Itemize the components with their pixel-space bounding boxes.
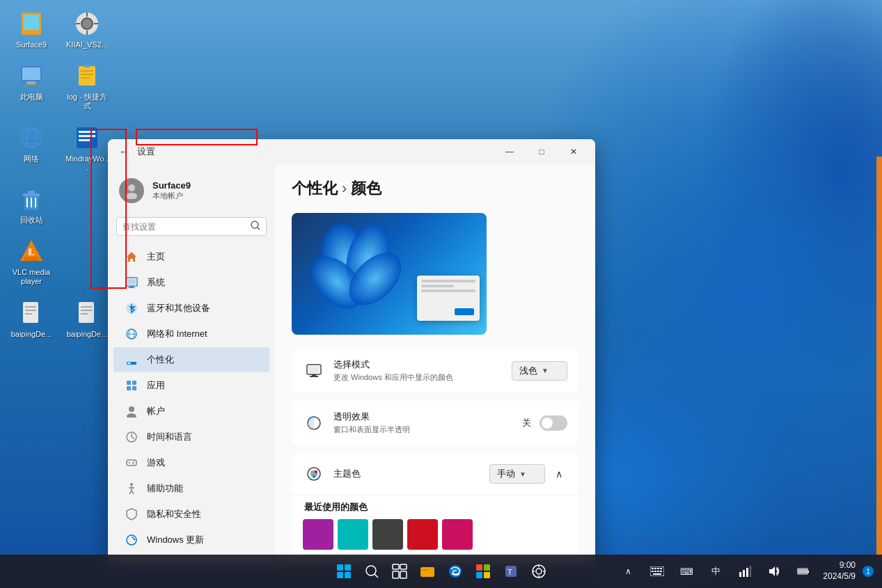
user-section[interactable]: Surface9 本地帐户 <box>108 170 275 212</box>
sidebar-item-gaming[interactable]: 游戏 <box>113 450 269 475</box>
svg-point-92 <box>315 470 317 473</box>
sidebar-item-home-label: 主页 <box>147 251 165 263</box>
accent-dropdown-arrow: ▼ <box>519 470 526 478</box>
svg-rect-11 <box>24 84 38 86</box>
transparency-control[interactable]: 关 <box>522 415 567 431</box>
svg-point-73 <box>130 483 133 486</box>
desktop-icon-baiping1[interactable]: baipingDe... <box>7 296 56 342</box>
desktop-icon-log[interactable]: log - 快捷方式 <box>63 59 111 113</box>
taskbar-app-edge[interactable] <box>443 559 468 584</box>
svg-rect-13 <box>81 70 93 72</box>
svg-line-77 <box>132 491 134 494</box>
sidebar-item-accounts[interactable]: 帐户 <box>113 399 269 424</box>
taskbar-clock[interactable]: 9:00 2024/5/9 <box>820 559 858 583</box>
taskbar-keyboard-icon[interactable] <box>645 559 670 584</box>
desktop-icon-recycle[interactable]: 回收站 <box>7 182 56 228</box>
mode-dropdown-arrow: ▼ <box>542 367 549 374</box>
title-bar-left: ← 设置 <box>116 143 155 160</box>
sidebar-item-accessibility[interactable]: 辅助功能 <box>113 476 269 501</box>
desktop-icon-mypc[interactable]: 此电脑 <box>7 59 56 113</box>
color-swatch-2[interactable] <box>372 519 403 550</box>
svg-rect-86 <box>312 374 316 376</box>
mode-control[interactable]: 浅色 ▼ <box>512 361 567 381</box>
color-swatch-3[interactable] <box>407 519 438 550</box>
sidebar-item-network[interactable]: 网络和 Internet <box>113 321 269 347</box>
taskbar-search-button[interactable] <box>359 559 384 584</box>
svg-rect-52 <box>128 287 135 288</box>
svg-line-67 <box>132 437 134 439</box>
desktop-icon-kiiai[interactable]: KIIAI_VS2... <box>63 7 111 52</box>
sidebar-item-windows-update[interactable]: Windows 更新 <box>113 527 269 553</box>
taskbar-app-store[interactable] <box>471 559 496 584</box>
notification-count: 1 <box>866 568 870 575</box>
svg-rect-58 <box>127 363 131 364</box>
sidebar-item-time-language[interactable]: 时间和语言 <box>113 424 269 450</box>
taskbar-app-explorer[interactable] <box>415 559 440 584</box>
search-input[interactable] <box>123 222 251 232</box>
taskbar-chevron-up[interactable]: ∧ <box>615 559 640 584</box>
notification-badge[interactable]: 1 <box>863 566 874 577</box>
svg-rect-130 <box>743 570 745 577</box>
desktop-icon-vlc[interactable]: VLC media player <box>7 235 56 289</box>
window-title: 设置 <box>137 145 155 158</box>
desktop-icon-mindray[interactable]: MindrayWo... <box>63 121 111 175</box>
svg-rect-85 <box>308 366 320 373</box>
sidebar-item-personalization-label: 个性化 <box>147 353 174 366</box>
sidebar-item-home[interactable]: 主页 <box>113 244 269 269</box>
desktop-icon-baiping2[interactable]: baipingDe... <box>63 296 111 342</box>
desktop-icon-surface9[interactable]: Surface9 <box>7 7 56 52</box>
taskbar-battery-icon[interactable] <box>791 559 816 584</box>
back-button[interactable]: ← <box>116 143 132 160</box>
sidebar-item-gaming-label: 游戏 <box>147 456 165 469</box>
start-button[interactable] <box>331 559 356 584</box>
svg-point-64 <box>127 413 136 418</box>
accent-dropdown[interactable]: 手动 ▼ <box>489 464 545 484</box>
task-view-button[interactable] <box>387 559 412 584</box>
svg-rect-132 <box>750 566 751 577</box>
taskbar-ime-zh[interactable]: ⌨ <box>674 559 699 584</box>
search-box[interactable] <box>116 217 267 236</box>
sidebar-item-privacy[interactable]: 隐私和安全性 <box>113 502 269 527</box>
settings-window: ← 设置 — □ ✕ Surface9 本地帐户 <box>108 139 595 564</box>
desktop-icon-vlc-label: VLC media player <box>10 268 53 286</box>
taskbar-app-settings[interactable] <box>526 559 551 584</box>
svg-rect-122 <box>657 568 659 569</box>
color-swatch-0[interactable] <box>303 519 333 550</box>
svg-rect-40 <box>79 302 94 323</box>
transparency-toggle[interactable] <box>540 415 567 431</box>
svg-rect-101 <box>400 564 407 569</box>
color-swatch-1[interactable] <box>338 519 368 550</box>
maximize-button[interactable]: □ <box>526 141 558 163</box>
accent-expand-btn[interactable]: ∧ <box>551 466 567 482</box>
svg-rect-22 <box>77 127 97 148</box>
svg-line-76 <box>129 491 132 494</box>
color-swatch-4[interactable] <box>442 519 473 550</box>
taskbar-volume-icon[interactable] <box>762 559 787 584</box>
taskbar-network-icon[interactable] <box>732 559 757 584</box>
sidebar-item-bluetooth[interactable]: 蓝牙和其他设备 <box>113 296 269 321</box>
svg-rect-39 <box>25 313 32 315</box>
mindray-icon <box>73 124 101 152</box>
svg-marker-79 <box>133 539 136 540</box>
recycle-icon <box>17 185 45 213</box>
taskbar-app-teams[interactable]: T <box>498 559 523 584</box>
desktop-icon-network[interactable]: 网络 <box>7 121 56 175</box>
mode-dropdown[interactable]: 浅色 ▼ <box>512 361 567 381</box>
desktop-icon-row-1: 此电脑 log - 快捷方式 <box>7 59 111 113</box>
svg-marker-133 <box>769 566 775 576</box>
minimize-button[interactable]: — <box>494 141 526 163</box>
sidebar-item-personalization[interactable]: 个性化 <box>113 347 269 372</box>
close-button[interactable]: ✕ <box>558 141 590 163</box>
mode-dropdown-value: 浅色 <box>519 365 537 377</box>
desktop-icon-row-3: 回收站 <box>7 182 111 228</box>
svg-text:T: T <box>507 568 512 576</box>
sidebar-item-system[interactable]: 系统 <box>113 270 269 295</box>
svg-rect-108 <box>484 564 490 571</box>
sidebar-item-apps[interactable]: 应用 <box>113 373 269 398</box>
svg-rect-131 <box>746 568 748 577</box>
taskbar-ime-pin[interactable]: 中 <box>703 559 728 584</box>
accent-control[interactable]: 手动 ▼ ∧ <box>489 464 567 484</box>
svg-rect-27 <box>23 193 40 196</box>
settings-card-transparency: 透明效果 窗口和表面显示半透明 关 <box>292 401 578 445</box>
settings-row-accent: 主题色 手动 ▼ ∧ <box>292 453 578 495</box>
